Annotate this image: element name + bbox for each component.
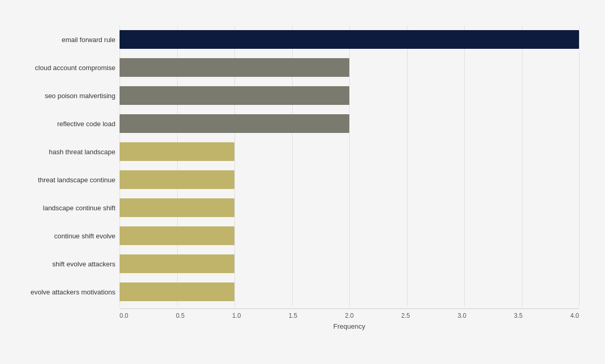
bar-0 [120, 30, 579, 49]
bar-label-2: seo poison malvertising [4, 92, 115, 100]
bar-row-9: evolve attackers motivations [120, 278, 579, 305]
grid-line-8 [579, 26, 580, 306]
bar-row-8: shift evolve attackers [120, 250, 579, 277]
bar-4 [120, 142, 234, 161]
x-tick-2: 1.0 [232, 312, 241, 319]
x-tick-0: 0.0 [120, 312, 128, 319]
bar-label-6: landscape continue shift [4, 204, 115, 212]
bar-row-1: cloud account compromise [120, 54, 579, 81]
x-tick-7: 3.5 [514, 312, 523, 319]
x-tick-1: 0.5 [176, 312, 185, 319]
x-tick-4: 2.0 [345, 312, 354, 319]
bar-row-6: landscape continue shift [120, 194, 579, 221]
bar-9 [120, 282, 234, 301]
bar-6 [120, 198, 234, 217]
bar-row-0: email forward rule [120, 26, 579, 53]
bar-label-4: hash threat landscape [4, 148, 115, 156]
bar-row-5: threat landscape continue [120, 166, 579, 193]
bar-label-3: reflective code load [4, 120, 115, 128]
bar-row-7: continue shift evolve [120, 222, 579, 249]
x-label: Frequency [120, 322, 579, 330]
bar-1 [120, 58, 349, 77]
bar-label-5: threat landscape continue [4, 176, 115, 184]
bar-row-3: reflective code load [120, 110, 579, 137]
bar-label-8: shift evolve attackers [4, 260, 115, 268]
bar-label-7: continue shift evolve [4, 232, 115, 240]
x-tick-8: 4.0 [570, 312, 579, 319]
bar-label-0: email forward rule [4, 36, 115, 44]
bar-row-2: seo poison malvertising [120, 82, 579, 109]
x-tick-3: 1.5 [288, 312, 297, 319]
bars-wrapper: email forward rulecloud account compromi… [120, 26, 579, 306]
bar-row-4: hash threat landscape [120, 138, 579, 165]
bar-label-1: cloud account compromise [4, 64, 115, 72]
bar-label-9: evolve attackers motivations [4, 288, 115, 296]
chart-container: email forward rulecloud account compromi… [0, 0, 605, 364]
bar-5 [120, 170, 234, 189]
bar-8 [120, 254, 234, 273]
bar-7 [120, 226, 234, 245]
x-tick-6: 3.0 [457, 312, 466, 319]
x-axis-ticks: 0.00.51.01.52.02.53.03.54.0 [120, 308, 579, 319]
bar-3 [120, 114, 349, 133]
bar-2 [120, 86, 349, 105]
x-tick-5: 2.5 [401, 312, 410, 319]
